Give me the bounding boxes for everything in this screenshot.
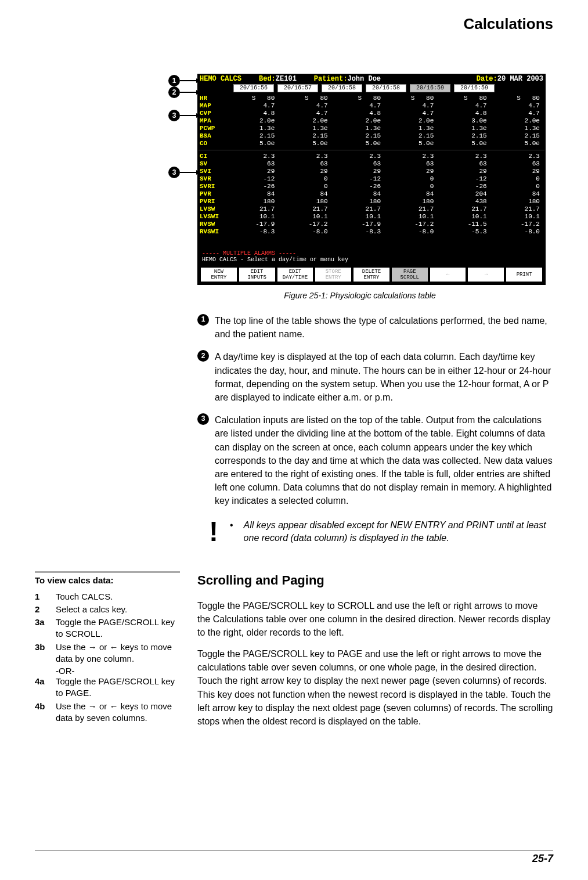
data-column: S 80 4.7 4.8 3.0e 1.3e 2.15 5.0e (438, 93, 491, 149)
output-columns: 2.3 63 29 -12 -26 84 180 21.7 10.1 -17.9… (226, 152, 544, 237)
data-column: 2.3 63 29 0 0 84 180 21.7 10.1 -17.2 -8.… (385, 152, 438, 237)
callout-badge-2: 2 (168, 86, 180, 98)
data-column: S 80 4.7 4.7 2.0e 1.3e 2.15 5.0e (279, 93, 332, 149)
softkey[interactable]: PRINT (506, 268, 542, 282)
main-content: Scrolling and Paging Toggle the PAGE/SCR… (197, 571, 553, 737)
input-columns: S 80 4.7 4.8 2.0e 1.3e 2.15 5.0eS 80 4.7… (226, 93, 544, 149)
callout-badge-3a: 3 (168, 110, 180, 121)
softkey-row: NEW ENTRYEDIT INPUTSEDIT DAY/TIMESTORE E… (199, 265, 544, 284)
softkey[interactable]: EDIT DAY/TIME (277, 268, 313, 282)
monitor-screenshot: HEMO CALCS Bed: ZE101 Patient: John Doe … (197, 74, 546, 285)
figure-area: 1 2 3 3 HEMO CALCS Bed: ZE101 Patient: J… (174, 74, 553, 285)
hint-text: HEMO CALCS - Select a day/time or menu k… (199, 257, 544, 265)
time-key[interactable]: 20/16:59 (454, 84, 495, 92)
sidebar-step: 1Touch CALCS. (35, 591, 180, 603)
softkey[interactable]: EDIT INPUTS (239, 268, 275, 282)
sidebar-title: To view calcs data: (35, 575, 180, 585)
bed-value: ZE101 (276, 75, 297, 82)
time-key-row: 20/16:5620/16:5720/16:5820/16:5820/16:59… (199, 83, 544, 93)
callout-badge-3b: 3 (168, 167, 180, 178)
list-badge-1: 1 (197, 314, 209, 326)
list-badge-3: 3 (197, 413, 209, 425)
data-column: 2.3 63 29 -12 -26 84 180 21.7 10.1 -17.9… (226, 152, 279, 237)
data-column: 2.3 63 29 0 0 84 180 21.7 10.1 -17.2 -8.… (279, 152, 332, 237)
patient-value: John Doe (347, 75, 381, 82)
callout-text-2: A day/time key is displayed at the top o… (215, 350, 553, 404)
note-text: All keys appear disabled except for NEW … (244, 519, 553, 544)
alarm-text: ----- MULTIPLE ALARMS ----- (199, 248, 544, 257)
data-column: 2.3 63 29 0 0 84 180 21.7 10.1 -17.2 -8.… (492, 152, 544, 237)
bed-label: Bed: (259, 75, 276, 82)
data-column: S 80 4.7 4.7 2.0e 1.3e 2.15 5.0e (385, 93, 438, 149)
sidebar-step: 4bUse the → or ← keys to move data by se… (35, 701, 180, 724)
input-labels: HRMAPCVPMPAPCWPBSACO (199, 93, 226, 149)
section-heading: Scrolling and Paging (197, 571, 553, 590)
monitor-mode: HEMO CALCS (200, 75, 241, 82)
data-column: S 80 4.7 4.7 2.0e 1.3e 2.15 5.0e (492, 93, 544, 149)
list-badge-2: 2 (197, 350, 209, 362)
sidebar-or: -OR- (56, 666, 180, 676)
callout-text-1: The top line of the table shows the type… (215, 314, 553, 341)
data-column: 2.3 63 29 -12 -26 204 438 21.7 10.1 -11.… (438, 152, 491, 237)
time-key[interactable]: 20/16:59 (410, 84, 450, 92)
date-label: Date: (477, 75, 497, 82)
sidebar-step: 2Select a calcs key. (35, 604, 180, 615)
data-column: 2.3 63 29 -12 -26 84 180 21.7 10.1 -17.9… (333, 152, 385, 237)
callout-badge-1: 1 (168, 75, 180, 86)
softkey: → (468, 268, 504, 282)
sidebar-step: 4aToggle the PAGE/SCROLL key to PAGE. (35, 676, 180, 699)
softkey: STORE ENTRY (315, 268, 351, 282)
page-title: Calculations (35, 15, 553, 33)
time-key[interactable]: 20/16:56 (233, 84, 274, 92)
section-p1: Toggle the PAGE/SCROLL key to SCROLL and… (197, 599, 553, 640)
data-column: S 80 4.7 4.8 2.0e 1.3e 2.15 5.0e (226, 93, 279, 149)
sidebar-step: 3aToggle the PAGE/SCROLL key to SCROLL. (35, 616, 180, 640)
callout-text-3: Calculation inputs are listed on the top… (215, 413, 553, 507)
callout-list: 1 The top line of the table shows the ty… (197, 314, 553, 507)
figure-caption: Figure 25-1: Physiologic calculations ta… (174, 291, 546, 300)
time-key[interactable]: 20/16:58 (322, 84, 362, 92)
output-labels: CISVSVISVRSVRIPVRPVRILVSWLVSWIRVSWRVSWI (199, 152, 226, 237)
monitor-titlebar: HEMO CALCS Bed: ZE101 Patient: John Doe … (199, 75, 544, 83)
sidebar-step: 3bUse the → or ← keys to move data by on… (35, 641, 180, 665)
page-number: 25-7 (35, 850, 553, 865)
softkey[interactable]: DELETE ENTRY (353, 268, 389, 282)
date-value: 20 MAR 2003 (497, 75, 543, 82)
section-p2: Toggle the PAGE/SCROLL key to PAGE and u… (197, 647, 553, 728)
softkey: ← (430, 268, 466, 282)
bullet-icon: • (230, 519, 233, 544)
exclamation-icon: ! (209, 519, 218, 544)
note-block: ! • All keys appear disabled except for … (209, 519, 553, 544)
data-column: S 80 4.7 4.8 2.0e 1.3e 2.15 5.0e (333, 93, 385, 149)
sidebar: To view calcs data: 1Touch CALCS.2Select… (35, 571, 180, 737)
softkey[interactable]: PAGE SCROLL (392, 268, 428, 282)
time-key[interactable]: 20/16:58 (366, 84, 406, 92)
patient-label: Patient: (314, 75, 348, 82)
time-key[interactable]: 20/16:57 (277, 84, 318, 92)
softkey[interactable]: NEW ENTRY (201, 268, 237, 282)
